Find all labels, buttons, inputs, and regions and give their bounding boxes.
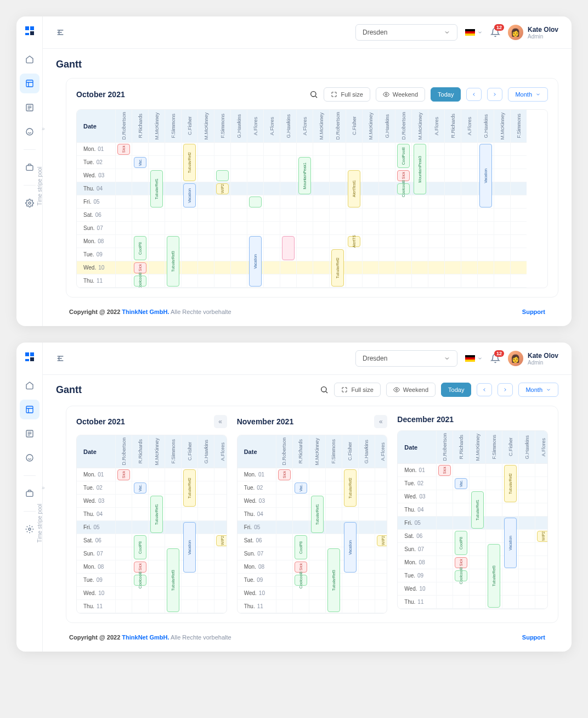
gantt-task[interactable]: Coolcool8	[455, 570, 467, 581]
gantt-task[interactable]: TubularRef1	[311, 496, 324, 533]
nav-briefcase-icon[interactable]	[20, 484, 39, 503]
today-button[interactable]: Today	[431, 87, 461, 102]
sidebar-toggle-icon[interactable]	[56, 28, 65, 37]
person-header: F.Simmons	[326, 435, 342, 468]
gantt-task[interactable]: WIP2	[537, 531, 547, 542]
gantt-task[interactable]: TubularRef1	[471, 491, 484, 529]
gantt-task[interactable]: Vacation	[249, 236, 262, 287]
gantt-task[interactable]: WIP2	[377, 535, 387, 546]
gantt-task[interactable]: Vacation	[183, 183, 196, 207]
gantt-task[interactable]: Sick	[134, 262, 146, 273]
gantt-task[interactable]: Sick	[295, 562, 307, 573]
gantt-task[interactable]: Sick	[117, 144, 130, 155]
gantt-task[interactable]	[282, 236, 295, 260]
user-menu[interactable]: 👩Kate OlovAdmin	[508, 351, 558, 366]
nav-gantt-icon[interactable]	[20, 400, 39, 419]
view-select[interactable]: Month	[508, 87, 548, 102]
weekend-button[interactable]: Weekend	[386, 383, 436, 397]
gantt-task[interactable]: TubularRef3	[488, 544, 500, 608]
support-link[interactable]: Support	[522, 634, 545, 641]
today-button[interactable]: Today	[441, 383, 471, 397]
gantt-task[interactable]: AlertTS	[348, 236, 360, 247]
nav-list-icon[interactable]	[20, 98, 39, 117]
gantt-task[interactable]: TubularRef2	[344, 469, 357, 507]
prev-button[interactable]	[477, 383, 492, 396]
gantt-task[interactable]: TubularRef2	[183, 144, 196, 181]
gantt-task[interactable]: Vac.	[134, 157, 146, 168]
gantt-task[interactable]: TubularRef1	[150, 170, 163, 207]
gantt-task[interactable]: Coolcool8	[134, 276, 146, 287]
nav-gantt-icon[interactable]	[20, 74, 39, 93]
notifications-button[interactable]: 12	[490, 354, 500, 363]
gantt-task[interactable]: Vac.	[295, 483, 307, 493]
full-size-button[interactable]: Full size	[334, 383, 380, 397]
gantt-task[interactable]	[249, 197, 262, 207]
location-select[interactable]: Dresden	[355, 350, 457, 367]
gantt-task[interactable]: TubularRef3	[167, 548, 179, 612]
gantt-task[interactable]: TubularRef2	[504, 465, 517, 502]
gantt-task[interactable]: Vacation	[344, 522, 357, 573]
gantt-task[interactable]: Sick	[278, 469, 291, 480]
full-size-button[interactable]: Full size	[324, 87, 370, 102]
nav-home-icon[interactable]	[20, 375, 39, 395]
gantt-person-column: R.RichardsVac.CoolP8SickCoolcool8	[132, 435, 148, 613]
gantt-task[interactable]	[216, 170, 229, 181]
gantt-task[interactable]: AlertTest1	[348, 170, 360, 207]
gantt-task[interactable]: Coolcool8	[295, 575, 307, 586]
location-select[interactable]: Dresden	[355, 24, 457, 41]
gantt-task[interactable]: WIP2	[216, 183, 229, 194]
nav-home-icon[interactable]	[20, 49, 39, 69]
user-menu[interactable]: 👩 Kate Olov Admin	[508, 25, 558, 40]
gantt-task[interactable]: TubularRef2	[331, 249, 344, 287]
notifications-button[interactable]: 12	[490, 27, 500, 37]
gantt-task[interactable]: CoolP8	[295, 535, 307, 559]
sidebar-toggle-icon[interactable]	[56, 354, 65, 363]
nav-list-icon[interactable]	[20, 424, 39, 444]
gantt-scroll-area[interactable]: D.RobertsonSickR.RichardsVac.CoolP8SickC…	[115, 435, 227, 613]
gantt-task[interactable]: MountainPeak1	[298, 157, 311, 194]
next-button[interactable]	[487, 88, 502, 101]
gantt-task[interactable]: Sick	[134, 562, 146, 573]
gantt-task[interactable]: CoolPool8	[397, 144, 410, 168]
gantt-task[interactable]: Coolcool8	[397, 183, 410, 194]
gantt-task[interactable]: Sick	[117, 469, 130, 480]
language-select[interactable]	[465, 29, 483, 36]
view-select[interactable]: Month	[518, 383, 558, 397]
search-icon[interactable]	[320, 385, 329, 394]
gantt-task[interactable]: CoolP8	[134, 236, 146, 260]
prev-button[interactable]	[466, 88, 482, 101]
gantt-task[interactable]: Vac.	[134, 483, 146, 493]
chevron-down-icon	[477, 30, 483, 35]
gantt-task[interactable]: MountainPeak3	[414, 144, 426, 194]
language-select[interactable]	[465, 355, 483, 362]
gantt-task[interactable]: Vac.	[455, 478, 467, 489]
gantt-task[interactable]: TubularRef3	[327, 548, 340, 612]
gantt-scroll-area[interactable]: D.RobertsonSickR.RichardsVac.CoolP8SickC…	[276, 435, 387, 613]
gantt-task[interactable]: WIP2	[216, 535, 227, 546]
gantt-task[interactable]: Sick	[438, 465, 451, 476]
gantt-task[interactable]: TubularRef3	[167, 236, 179, 287]
gantt-task[interactable]: CoolP8	[455, 531, 467, 555]
month-collapse-icon[interactable]: «	[214, 415, 227, 428]
nav-smile-icon[interactable]	[20, 448, 39, 468]
gantt-scroll-area[interactable]: D.RobertsonSickR.RichardsVac.CoolP8SickC…	[115, 110, 547, 288]
weekend-button[interactable]: Weekend	[376, 87, 425, 102]
month-collapse-icon[interactable]: «	[374, 415, 387, 428]
gantt-task[interactable]: Sick	[455, 557, 467, 568]
gantt-task[interactable]: Vacation	[504, 518, 517, 568]
gantt-task[interactable]: Vacation	[183, 522, 196, 573]
stripe-pool-expand-icon[interactable]: »	[42, 126, 45, 132]
svg-rect-10	[26, 492, 33, 497]
gantt-task[interactable]: TubularRef1	[150, 496, 163, 533]
gantt-task[interactable]: Vacation	[479, 144, 492, 207]
gantt-task[interactable]: Coolcool8	[134, 575, 146, 586]
gantt-task[interactable]: Sick	[397, 170, 410, 181]
gantt-task[interactable]: TubularRef2	[183, 469, 196, 507]
gantt-task[interactable]: CoolP8	[134, 535, 146, 559]
nav-smile-icon[interactable]	[20, 122, 39, 142]
search-icon[interactable]	[309, 90, 318, 99]
next-button[interactable]	[497, 383, 513, 396]
support-link[interactable]: Support	[522, 308, 545, 315]
gantt-scroll-area[interactable]: D.RobertsonSickR.RichardsVac.CoolP8SickC…	[436, 431, 547, 609]
stripe-pool-expand-icon[interactable]: »	[42, 485, 45, 491]
